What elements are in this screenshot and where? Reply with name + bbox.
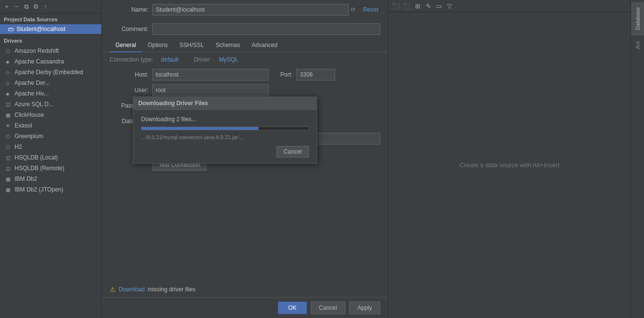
cancel-button[interactable]: Cancel	[311, 302, 345, 314]
sidebar-item-apache-cassandra[interactable]: ◈ Apache Cassandra	[0, 56, 101, 67]
right-toolbar-edit-icon[interactable]: ✎	[424, 2, 432, 10]
right-toolbar-rect-icon[interactable]: ▭	[435, 2, 443, 10]
driver-label-greenplum: Greenplum	[15, 133, 43, 140]
sidebar-item-apache-der[interactable]: ◇ Apache Der...	[0, 78, 101, 88]
port-input[interactable]	[296, 69, 335, 80]
h2-icon: ⬡	[4, 143, 12, 151]
apache-cassandra-icon: ◈	[4, 58, 12, 65]
arrow-up-icon[interactable]: ↑	[42, 3, 49, 11]
bottom-buttons: OK Cancel Apply	[102, 297, 388, 318]
right-panel-toolbar: ⬛ ⬛ ⊞ ✎ ▭ ▽	[388, 0, 630, 12]
driver-label-hsqldb-local: HSQLDB (Local)	[15, 154, 58, 161]
sidebar-item-clickhouse[interactable]: ▦ ClickHouse	[0, 110, 101, 120]
conn-type-value[interactable]: default	[161, 56, 178, 63]
sidebar-item-exasol[interactable]: ✕ Exasol	[0, 120, 101, 131]
driver-label-azure: Azure SQL D...	[15, 101, 53, 108]
download-dialog-body: Downloading 2 files... .../8.0.21/mysql-…	[133, 110, 317, 163]
right-panel-hint-text: Create a data source with Alt+Insert	[459, 161, 559, 169]
driver-label-hsqldb-remote: HSQLDB (Remote)	[15, 165, 64, 172]
right-toolbar-icon-1[interactable]: ⬛	[392, 2, 400, 10]
driver-label: Driver:	[194, 56, 211, 63]
driver-label-clickhouse: ClickHouse	[15, 111, 44, 118]
progress-bar-bg	[141, 127, 309, 130]
port-label: Port:	[280, 71, 292, 78]
driver-label-h2: H2	[15, 143, 22, 150]
sidebar-item-h2[interactable]: ⬡ H2	[0, 142, 101, 152]
right-panel: ⬛ ⬛ ⊞ ✎ ▭ ▽ Create a data source with Al…	[388, 0, 630, 318]
name-input[interactable]	[152, 4, 349, 16]
warning-icon: ⚠	[110, 286, 116, 293]
sidebar-toolbar: + − ⧉ ⚙ ↑	[0, 0, 101, 14]
tabs-bar: General Options SSH/SSL Schemas Advanced	[102, 39, 388, 52]
sidebar-item-greenplum[interactable]: ⬡ Greenplum	[0, 131, 101, 142]
driver-label-cassandra: Apache Cassandra	[15, 58, 64, 65]
add-icon[interactable]: +	[3, 3, 11, 11]
driver-value[interactable]: MySQL	[219, 56, 238, 63]
user-input[interactable]	[152, 84, 269, 96]
tab-general[interactable]: General	[110, 39, 142, 52]
comment-label: Comment:	[110, 26, 148, 32]
driver-label-derby-emb: Apache Derby (Embedded	[15, 69, 83, 76]
host-input[interactable]	[152, 69, 269, 80]
vertical-tab-area: Database Ant	[630, 0, 644, 318]
driver-label-ibm-db2-jtopen: IBM Db2 (JTOpen)	[15, 186, 63, 193]
ibm-db2-jtopen-icon: ▦	[4, 186, 12, 193]
driver-label-ibm-db2: IBM Db2	[15, 175, 37, 182]
host-port-row: Host: Port:	[102, 67, 388, 82]
driver-label-der: Apache Der...	[15, 80, 50, 86]
conn-type-label: Connection type:	[110, 56, 153, 63]
right-toolbar-filter-icon[interactable]: ▽	[446, 2, 453, 10]
hsqldb-local-icon: ◫	[4, 154, 12, 161]
right-toolbar-table-icon[interactable]: ⊞	[414, 2, 421, 10]
apply-button[interactable]: Apply	[349, 302, 380, 314]
name-input-wrap: ⟳	[152, 4, 357, 16]
vertical-tab-database[interactable]: Database	[631, 2, 644, 35]
download-file-label: .../8.0.21/mysql-connector-java-8.0.21.j…	[141, 134, 309, 140]
comment-input[interactable]	[152, 23, 380, 35]
download-dialog-title: Downloading Driver Files	[133, 97, 317, 110]
settings-icon[interactable]: ⚙	[32, 3, 40, 11]
sidebar-item-azure-sql[interactable]: ◫ Azure SQL D...	[0, 99, 101, 110]
apache-hive-icon: ◈	[4, 90, 12, 97]
sidebar-project-title: Project Data Sources	[0, 14, 101, 24]
tab-ssh-ssl[interactable]: SSH/SSL	[174, 39, 210, 52]
user-label: User:	[110, 87, 148, 94]
greenplum-icon: ⬡	[4, 132, 12, 140]
download-progress-label: Downloading 2 files...	[141, 116, 309, 123]
sidebar-item-apache-derby-embedded[interactable]: ◇ Apache Derby (Embedded	[0, 67, 101, 78]
driver-label-amazon: Amazon Redshift	[15, 48, 59, 54]
sidebar-item-ibm-db2-jtopen[interactable]: ▦ IBM Db2 (JTOpen)	[0, 184, 101, 195]
sidebar-item-student[interactable]: 🗃 Student@localhost	[0, 24, 101, 34]
tab-advanced[interactable]: Advanced	[246, 39, 283, 52]
minus-icon[interactable]: −	[13, 3, 20, 11]
sidebar-item-hsqldb-remote[interactable]: ◫ HSQLDB (Remote)	[0, 163, 101, 174]
right-panel-hint: Create a data source with Alt+Insert	[459, 12, 559, 318]
sidebar: + − ⧉ ⚙ ↑ Project Data Sources 🗃 Student…	[0, 0, 102, 318]
sidebar-item-ibm-db2[interactable]: ▦ IBM Db2	[0, 174, 101, 184]
duplicate-icon[interactable]: ⧉	[22, 3, 30, 11]
amazon-redshift-icon: ⬡	[4, 47, 12, 55]
ok-button[interactable]: OK	[278, 302, 306, 314]
bottom-warning: ⚠ Download missing driver files	[102, 282, 388, 297]
sidebar-item-amazon-redshift[interactable]: ⬡ Amazon Redshift	[0, 46, 101, 56]
cancel-download-button[interactable]: Cancel	[276, 146, 309, 158]
name-row: Name: ⟳ Reset	[102, 0, 388, 19]
hsqldb-remote-icon: ◫	[4, 164, 12, 172]
azure-sql-icon: ◫	[4, 100, 12, 108]
warning-text: missing driver files	[147, 286, 195, 293]
comment-row: Comment:	[102, 19, 388, 39]
apache-derby-embedded-icon: ◇	[4, 68, 12, 76]
sidebar-item-apache-hive[interactable]: ◈ Apache Hiv...	[0, 88, 101, 99]
right-toolbar-icon-2[interactable]: ⬛	[403, 2, 411, 10]
reset-button[interactable]: Reset	[361, 6, 380, 13]
apache-der-icon: ◇	[4, 79, 12, 87]
sidebar-item-hsqldb-local[interactable]: ◫ HSQLDB (Local)	[0, 152, 101, 163]
download-link[interactable]: Download	[119, 286, 145, 293]
tab-options[interactable]: Options	[142, 39, 174, 52]
tab-schemas[interactable]: Schemas	[210, 39, 246, 52]
user-row: User:	[102, 82, 388, 98]
name-label: Name:	[110, 6, 148, 13]
sync-icon: ⟳	[351, 6, 357, 13]
sidebar-selected-label: Student@localhost	[16, 26, 65, 32]
vertical-tab-ant[interactable]: Ant	[632, 36, 644, 54]
